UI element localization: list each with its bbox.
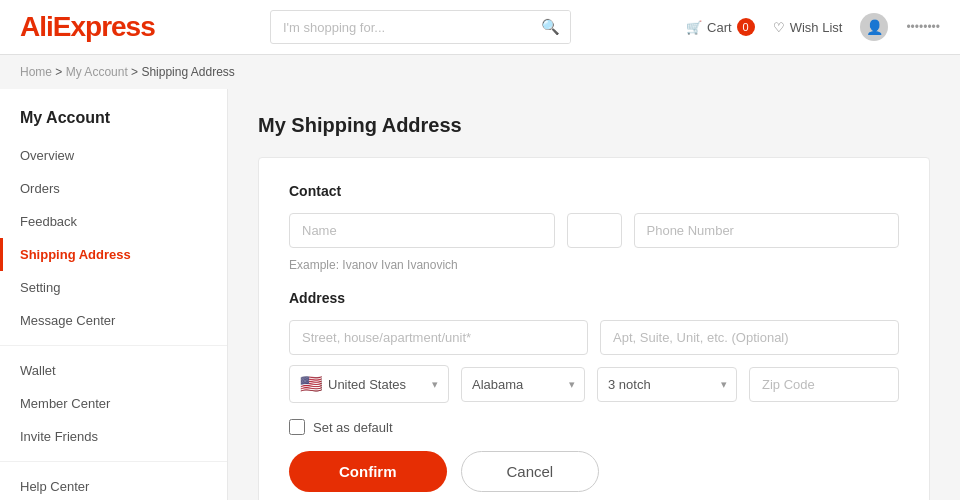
breadcrumb: Home > My Account > Shipping Address <box>0 55 960 89</box>
address-row-1 <box>289 320 899 355</box>
sidebar-item-message-center[interactable]: Message Center <box>0 304 227 337</box>
sidebar-item-feedback[interactable]: Feedback <box>0 205 227 238</box>
cart-badge: 0 <box>737 18 755 36</box>
cancel-button[interactable]: Cancel <box>461 451 600 492</box>
contact-section-label: Contact <box>289 183 899 199</box>
wishlist-label: Wish List <box>790 20 843 35</box>
user-icon-glyph: 👤 <box>866 19 883 35</box>
header: AliExpress 🔍 🛒 Cart 0 ♡ Wish List 👤 ••••… <box>0 0 960 55</box>
layout: My Account Overview Orders Feedback Ship… <box>0 89 960 500</box>
sidebar-item-setting[interactable]: Setting <box>0 271 227 304</box>
phone-input[interactable] <box>634 213 900 248</box>
zip-input[interactable] <box>749 367 899 402</box>
heart-icon: ♡ <box>773 20 785 35</box>
city-select[interactable]: 3 notch <box>597 367 737 402</box>
search-bar: 🔍 <box>270 10 571 44</box>
header-right: 🛒 Cart 0 ♡ Wish List 👤 •••••••• <box>686 13 940 41</box>
breadcrumb-account[interactable]: My Account <box>66 65 128 79</box>
main-content: My Shipping Address Contact +65 Example:… <box>228 89 960 500</box>
apt-input[interactable] <box>600 320 899 355</box>
city-select-wrapper: 3 notch ▾ <box>597 367 737 402</box>
address-section: Address 🇺🇸 United States ▾ Alab <box>289 290 899 403</box>
user-avatar[interactable]: 👤 <box>860 13 888 41</box>
search-input[interactable] <box>271 13 531 42</box>
form-card: Contact +65 Example: Ivanov Ivan Ivanovi… <box>258 157 930 500</box>
cart-label: Cart <box>707 20 732 35</box>
sidebar-item-wallet[interactable]: Wallet <box>0 354 227 387</box>
sidebar-title: My Account <box>0 104 227 139</box>
page-title: My Shipping Address <box>258 114 930 137</box>
country-select[interactable]: 🇺🇸 United States ▾ <box>289 365 449 403</box>
user-display: •••••••• <box>906 20 940 34</box>
set-default-row: Set as default <box>289 419 899 435</box>
sidebar-divider-2 <box>0 461 227 462</box>
breadcrumb-home[interactable]: Home <box>20 65 52 79</box>
search-button[interactable]: 🔍 <box>531 11 570 43</box>
confirm-button[interactable]: Confirm <box>289 451 447 492</box>
set-default-label: Set as default <box>313 420 393 435</box>
cart-button[interactable]: 🛒 Cart 0 <box>686 18 755 36</box>
contact-row: +65 <box>289 213 899 248</box>
sidebar-item-shipping-address[interactable]: Shipping Address <box>0 238 227 271</box>
wishlist-button[interactable]: ♡ Wish List <box>773 20 843 35</box>
country-flag: 🇺🇸 <box>300 373 322 395</box>
sidebar-item-orders[interactable]: Orders <box>0 172 227 205</box>
sidebar-divider-1 <box>0 345 227 346</box>
sidebar-item-overview[interactable]: Overview <box>0 139 227 172</box>
cart-icon: 🛒 <box>686 20 702 35</box>
address-section-label: Address <box>289 290 899 306</box>
button-row: Confirm Cancel <box>289 451 899 492</box>
state-select[interactable]: Alabama <box>461 367 585 402</box>
state-select-wrapper: Alabama ▾ <box>461 367 585 402</box>
address-row-2: 🇺🇸 United States ▾ Alabama ▾ <box>289 365 899 403</box>
sidebar-item-member-center[interactable]: Member Center <box>0 387 227 420</box>
name-input[interactable] <box>289 213 555 248</box>
set-default-checkbox[interactable] <box>289 419 305 435</box>
sidebar-item-help-center[interactable]: Help Center <box>0 470 227 500</box>
name-example: Example: Ivanov Ivan Ivanovich <box>289 258 899 272</box>
sidebar: My Account Overview Orders Feedback Ship… <box>0 89 228 500</box>
logo: AliExpress <box>20 11 155 43</box>
country-name: United States <box>328 377 426 392</box>
breadcrumb-current: Shipping Address <box>141 65 234 79</box>
sidebar-item-invite-friends[interactable]: Invite Friends <box>0 420 227 453</box>
street-input[interactable] <box>289 320 588 355</box>
phone-prefix-input[interactable]: +65 <box>567 213 622 248</box>
country-chevron-icon: ▾ <box>432 378 438 391</box>
